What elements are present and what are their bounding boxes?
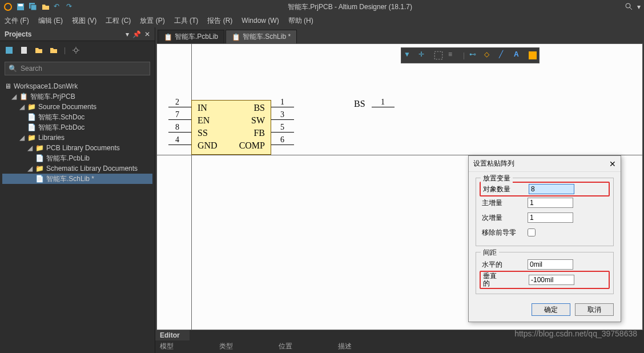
tree-pcblib[interactable]: 📄智能车.PcbLib <box>2 153 152 163</box>
menu-tools[interactable]: 工具 (T) <box>174 16 199 26</box>
schematic-canvas[interactable]: ▼ ✛ ≡ | ⊷ ◇ ╱ A IN EN SS GND B <box>156 43 643 330</box>
project-tree[interactable]: 🖥Workspace1.DsnWrk ◢📋智能车.PrjPCB ◢📁Source… <box>0 78 155 353</box>
folder-icon: 📁 <box>35 165 44 173</box>
tree-srcdocs[interactable]: ◢📁Source Documents <box>2 102 152 112</box>
folder2-icon[interactable] <box>49 46 58 55</box>
svg-rect-7 <box>6 47 13 54</box>
pin-number: 7 <box>175 110 179 119</box>
panel-title: Projects <box>5 30 31 38</box>
cancel-button[interactable]: 取消 <box>575 303 614 316</box>
pin-line <box>168 107 191 107</box>
pin-tool-icon[interactable]: ⊷ <box>469 50 480 61</box>
compile-icon[interactable] <box>19 46 29 55</box>
component-icon[interactable] <box>529 51 537 59</box>
pin-line <box>271 107 294 107</box>
collapse-icon[interactable]: ◢ <box>19 134 25 142</box>
tree-schlib[interactable]: 📄智能车.SchLib * <box>2 174 152 184</box>
search-input[interactable]: 🔍 Search <box>5 62 150 75</box>
menu-view[interactable]: 视图 (V) <box>72 16 96 26</box>
save-icon[interactable] <box>5 46 14 55</box>
panel-menu-icon[interactable]: ▾ <box>126 30 129 38</box>
gear-icon[interactable] <box>71 46 80 55</box>
menu-edit[interactable]: 编辑 (E) <box>38 16 63 26</box>
collapse-icon[interactable]: ◢ <box>19 103 25 111</box>
remove-leading-zero-checkbox[interactable] <box>528 228 536 236</box>
dropdown-icon[interactable]: ▾ <box>637 3 641 11</box>
redo-icon[interactable]: ↷ <box>66 2 75 11</box>
spacing-group: 间距 水平的 垂直 的 <box>476 252 614 294</box>
menu-window[interactable]: Window (W) <box>242 17 279 25</box>
schdoc-icon: 📄 <box>27 113 36 121</box>
ok-button[interactable]: 确定 <box>532 303 570 316</box>
floating-pin-label[interactable]: BS <box>354 99 365 109</box>
line-icon[interactable]: ╱ <box>499 50 509 61</box>
workspace-icon: 🖥 <box>5 82 11 90</box>
align-icon[interactable]: ≡ <box>448 50 458 61</box>
tree-libs[interactable]: ◢📁Libraries <box>2 133 152 143</box>
menu-project[interactable]: 工程 (C) <box>106 16 131 26</box>
menu-help[interactable]: 帮助 (H) <box>288 16 313 26</box>
undo-icon[interactable]: ↶ <box>54 2 63 11</box>
secondary-increment-input[interactable] <box>528 212 573 223</box>
svg-line-6 <box>630 7 632 10</box>
tab-pcblib[interactable]: 📋智能车.PcbLib <box>158 30 224 43</box>
svg-point-0 <box>5 3 11 10</box>
tree-pcbdoc[interactable]: 📄智能车.PcbDoc <box>2 122 152 133</box>
pin-number: 1 <box>280 98 284 107</box>
schematic-component[interactable]: IN EN SS GND BS SW FB COMP <box>191 100 271 155</box>
col-model: 模型 <box>160 342 174 352</box>
pin-line <box>271 119 294 120</box>
canvas-toolbar: ▼ ✛ ≡ | ⊷ ◇ ╱ A <box>401 47 540 63</box>
filter-icon[interactable]: ▼ <box>404 50 414 61</box>
placement-group: 放置变量 对象数量 主增量 次增量 <box>476 178 614 246</box>
text-icon[interactable]: A <box>514 50 524 61</box>
pin-number: 4 <box>175 135 179 145</box>
main-increment-input[interactable] <box>528 198 573 208</box>
project-icon: 📋 <box>19 93 28 101</box>
tree-project[interactable]: ◢📋智能车.PrjPCB <box>2 91 152 102</box>
folder-icon: 📁 <box>27 103 36 111</box>
menu-file[interactable]: 文件 (F) <box>5 16 29 26</box>
tree-schdoc[interactable]: 📄智能车.SchDoc <box>2 112 152 122</box>
collapse-icon[interactable]: ◢ <box>11 93 17 101</box>
pin-number: 1 <box>381 98 385 107</box>
pin-number: 6 <box>280 135 284 145</box>
save-all-icon[interactable] <box>29 2 38 11</box>
editor-tab[interactable]: Editor <box>155 330 190 340</box>
collapse-icon[interactable]: ◢ <box>27 144 33 152</box>
svg-point-9 <box>74 49 78 52</box>
move-icon[interactable]: ✛ <box>418 50 429 61</box>
save-icon[interactable] <box>16 2 25 11</box>
horizontal-spacing-input[interactable] <box>528 259 573 270</box>
open-icon[interactable] <box>41 2 50 11</box>
svg-point-5 <box>626 3 630 8</box>
tree-workspace[interactable]: 🖥Workspace1.DsnWrk <box>2 81 152 91</box>
pin-line <box>168 145 191 145</box>
pin-line <box>168 132 191 133</box>
pin-icon[interactable]: 📌 <box>132 30 141 38</box>
pin-number: 3 <box>280 110 284 119</box>
svg-rect-2 <box>18 4 23 6</box>
search-icon[interactable] <box>625 2 634 11</box>
menu-place[interactable]: 放置 (P) <box>140 16 164 26</box>
pin-line <box>271 145 294 145</box>
close-panel-icon[interactable]: ✕ <box>144 30 150 38</box>
tree-pcblibdocs[interactable]: ◢📁PCB Library Documents <box>2 143 152 153</box>
svg-rect-4 <box>31 5 37 10</box>
pin-line <box>372 107 395 107</box>
close-icon[interactable]: ✕ <box>609 159 616 169</box>
pcblib-icon: 📋 <box>164 33 172 41</box>
collapse-icon[interactable]: ◢ <box>27 165 33 173</box>
folder-icon[interactable] <box>34 46 43 55</box>
vertical-spacing-input[interactable] <box>529 275 574 285</box>
select-icon[interactable] <box>433 50 444 61</box>
tab-schlib[interactable]: 📋智能车.SchLib * <box>226 30 297 43</box>
schlib-icon: 📄 <box>35 175 44 183</box>
window-title: 智能车.PrjPCB - Altium Designer (18.1.7) <box>75 2 625 12</box>
menu-report[interactable]: 报告 (R) <box>207 16 232 26</box>
tree-schlibdocs[interactable]: ◢📁Schematic Library Documents <box>2 163 152 174</box>
polygon-icon[interactable]: ◇ <box>484 50 494 61</box>
schlib-icon: 📋 <box>232 33 240 41</box>
pcbdoc-icon: 📄 <box>27 123 36 131</box>
object-count-input[interactable] <box>529 184 574 194</box>
